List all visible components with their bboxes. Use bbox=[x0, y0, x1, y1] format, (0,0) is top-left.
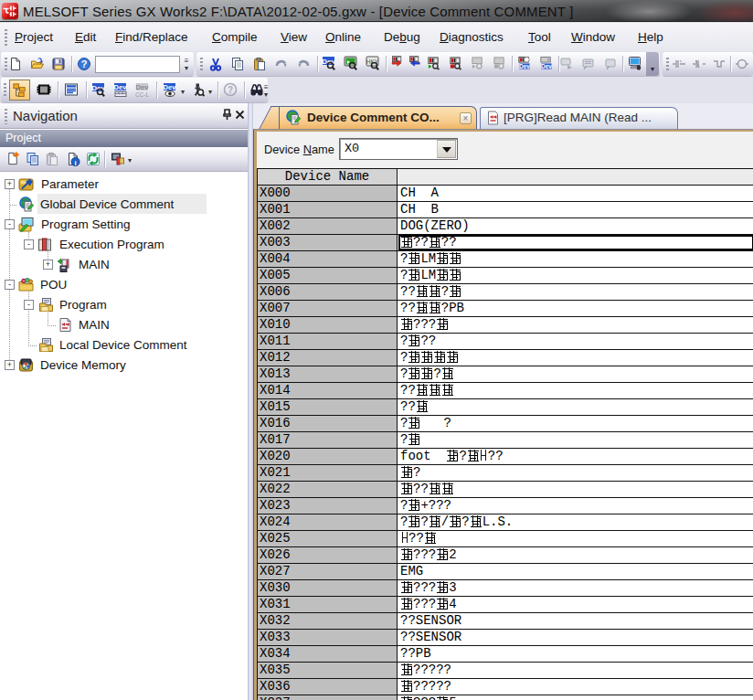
svg-text:CC-L: CC-L bbox=[135, 91, 149, 98]
svg-text:?: ? bbox=[228, 85, 233, 95]
svg-text:Dev: Dev bbox=[164, 83, 177, 91]
svg-text:Dev: Dev bbox=[114, 83, 128, 91]
svg-text:i: i bbox=[74, 159, 76, 167]
svg-text:?: ? bbox=[81, 58, 88, 69]
svg-text:Dev: Dev bbox=[519, 63, 530, 69]
svg-text:Dev: Dev bbox=[91, 84, 105, 92]
svg-text:Dev: Dev bbox=[541, 63, 552, 69]
svg-text:Dev: Dev bbox=[322, 58, 335, 66]
